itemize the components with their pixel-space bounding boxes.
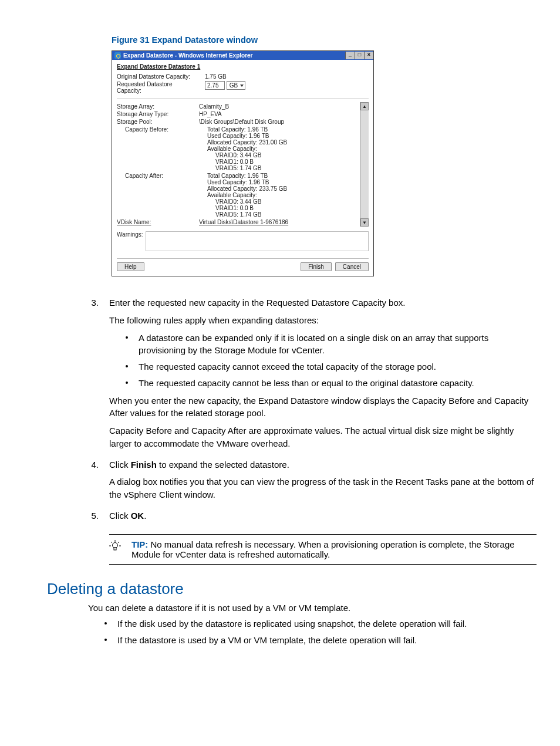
step-4: 4. Click Finish to expand the selected d…	[82, 458, 537, 501]
cancel-button[interactable]: Cancel	[335, 262, 369, 271]
expand-datastore-window: Expand Datastore - Windows Internet Expl…	[112, 50, 374, 276]
list-item: The requested capacity cannot be less th…	[122, 377, 537, 390]
warnings-label: Warnings:	[117, 231, 143, 238]
capacity-before-label: Capacity Before:	[117, 126, 205, 133]
vdisk-name-value: Virtual Disks\Datastore 1-9676186	[199, 219, 360, 225]
scroll-up-icon[interactable]: ▲	[360, 102, 369, 110]
step-5: 5. Click OK.	[82, 509, 537, 522]
step-3: 3. Enter the requested new capacity in t…	[82, 296, 537, 450]
ie-icon	[114, 52, 121, 59]
svg-line-1	[111, 542, 112, 543]
section-heading: Deleting a datastore	[47, 580, 537, 598]
storage-array-value: Calamity_B	[199, 103, 360, 110]
storage-array-label: Storage Array:	[117, 103, 197, 110]
storage-pool-value: \Disk Groups\Default Disk Group	[199, 119, 360, 125]
window-title: Expand Datastore - Windows Internet Expl…	[123, 52, 345, 59]
tip-icon	[109, 539, 121, 559]
requested-capacity-label: Requested Datastore Capacity:	[117, 81, 197, 94]
storage-array-type-label: Storage Array Type:	[117, 111, 197, 117]
dialog-heading: Expand Datastore Datastore 1	[117, 63, 369, 70]
maximize-button[interactable]: □	[355, 52, 364, 59]
steps-list: 3. Enter the requested new capacity in t…	[82, 296, 537, 522]
storage-pool-label: Storage Pool:	[117, 119, 197, 125]
original-capacity-label: Original Datastore Capacity:	[117, 73, 197, 80]
minimize-button[interactable]: _	[345, 52, 355, 59]
help-button[interactable]: Help	[117, 262, 144, 271]
capacity-before-block: Total Capacity: 1.96 TB Used Capacity: 1…	[207, 126, 360, 171]
warnings-textarea	[146, 231, 369, 251]
vdisk-name-label: VDisk Name:	[117, 219, 197, 225]
list-item: If the datastore is used by a VM or VM t…	[101, 634, 537, 647]
titlebar: Expand Datastore - Windows Internet Expl…	[112, 51, 373, 60]
figure-caption: Figure 31 Expand Datastore window	[112, 35, 537, 45]
finish-button[interactable]: Finish	[301, 262, 332, 271]
list-item: The requested capacity cannot exceed the…	[122, 360, 537, 373]
svg-line-2	[118, 542, 119, 543]
original-capacity-value: 1.75 GB	[199, 73, 369, 80]
close-button[interactable]: ×	[364, 52, 373, 59]
tip-block: TIP: No manual data refresh is necessary…	[109, 534, 537, 565]
delete-intro: You can delete a datastore if it is not …	[88, 602, 537, 615]
list-item: If the disk used by the datastore is rep…	[101, 617, 537, 630]
capacity-after-label: Capacity After:	[117, 173, 205, 179]
unit-select[interactable]: GB	[227, 81, 245, 90]
storage-array-type-value: HP_EVA	[199, 111, 360, 117]
svg-point-5	[113, 542, 118, 548]
capacity-after-block: Total Capacity: 1.96 TB Used Capacity: 1…	[207, 173, 360, 218]
requested-capacity-input[interactable]: 2.75	[205, 81, 225, 90]
list-item: A datastore can be expanded only if it i…	[122, 332, 537, 357]
chevron-down-icon	[240, 85, 244, 87]
scrollbar[interactable]: ▲ ▼	[360, 102, 369, 227]
scroll-down-icon[interactable]: ▼	[360, 218, 369, 227]
